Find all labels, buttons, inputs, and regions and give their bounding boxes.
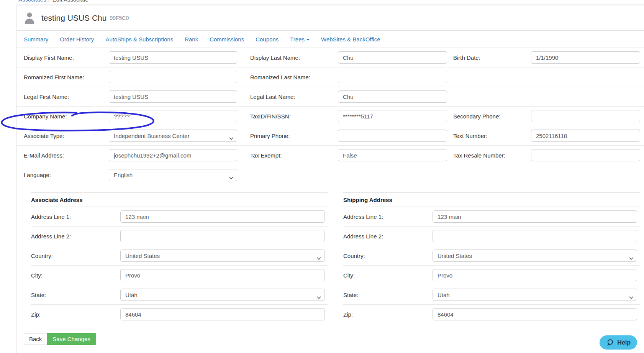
- shipping-state-label: State:: [343, 292, 433, 298]
- romanized-last-name-input[interactable]: [338, 71, 447, 83]
- associate-address-title: Associate Address: [31, 192, 328, 207]
- form-row: State: Utah: [343, 285, 640, 305]
- associate-city-input[interactable]: [120, 269, 325, 281]
- shipping-zip-label: Zip:: [343, 311, 433, 318]
- form-row: Company Name: TaxID/FIN/SSN: Secondary P…: [17, 107, 644, 126]
- email-label: E-Mail Address:: [24, 152, 109, 159]
- shipping-address-title: Shipping Address: [343, 192, 640, 207]
- shipping-address2-input[interactable]: [433, 230, 637, 242]
- associate-state-label: State:: [31, 292, 120, 298]
- shipping-country-select[interactable]: United States: [433, 250, 637, 262]
- form-row: Language: English: [17, 165, 644, 185]
- breadcrumb: Associates/Edit Associate: [18, 0, 88, 3]
- birth-date-label: Birth Date:: [453, 54, 531, 61]
- legal-first-name-label: Legal First Name:: [24, 94, 109, 100]
- display-first-name-label: Display First Name:: [24, 54, 109, 61]
- associate-zip-input[interactable]: [120, 308, 325, 320]
- shipping-city-label: City:: [343, 272, 433, 279]
- breadcrumb-current: Edit Associate: [52, 0, 88, 3]
- associate-zip-label: Zip:: [31, 311, 120, 318]
- chevron-down-icon: [306, 39, 310, 41]
- primary-phone-label: Primary Phone:: [250, 133, 338, 139]
- associate-address-section: Associate Address Address Line 1: Addres…: [31, 192, 328, 324]
- shipping-address1-input[interactable]: [433, 210, 637, 223]
- secondary-phone-label: Secondary Phone:: [453, 113, 531, 120]
- form-row: Address Line 2:: [31, 227, 328, 246]
- romanized-first-name-label: Romanized First Name:: [24, 74, 109, 80]
- form-row: Country: United States: [31, 246, 328, 266]
- language-select[interactable]: English: [109, 169, 237, 181]
- tax-resale-number-input[interactable]: [531, 149, 640, 161]
- person-icon: [24, 11, 35, 25]
- form-row: Display First Name: Display Last Name: B…: [17, 48, 644, 67]
- associate-address1-input[interactable]: [120, 210, 325, 223]
- primary-phone-input[interactable]: [338, 130, 447, 142]
- breadcrumb-separator: /: [49, 0, 50, 3]
- shipping-address2-label: Address Line 2:: [343, 233, 433, 240]
- tax-id-input[interactable]: [338, 110, 447, 122]
- associate-form: Display First Name: Display Last Name: B…: [17, 48, 644, 185]
- company-name-input[interactable]: [109, 110, 237, 122]
- romanized-last-name-label: Romanized Last Name:: [250, 74, 338, 80]
- associate-city-label: City:: [31, 272, 120, 279]
- birth-date-input[interactable]: [531, 51, 640, 64]
- tab-coupons[interactable]: Coupons: [256, 36, 279, 43]
- legal-last-name-input[interactable]: [338, 90, 447, 103]
- romanized-first-name-input[interactable]: [109, 71, 237, 83]
- form-row: Associate Type: Independent Business Cen…: [17, 126, 644, 146]
- breadcrumb-associates-link[interactable]: Associates: [18, 0, 46, 3]
- tax-exempt-input[interactable]: [338, 149, 447, 161]
- shipping-country-label: Country:: [343, 253, 433, 259]
- tab-trees[interactable]: Trees: [290, 36, 310, 43]
- associate-address2-label: Address Line 2:: [31, 233, 120, 240]
- form-actions: Back Save Changes: [24, 333, 644, 345]
- tax-exempt-label: Tax Exempt:: [250, 152, 338, 159]
- form-row: Address Line 1:: [31, 207, 328, 227]
- associate-id: 99F5C0: [110, 15, 129, 21]
- associate-state-select[interactable]: Utah: [120, 289, 325, 301]
- shipping-zip-input[interactable]: [433, 308, 637, 320]
- help-button[interactable]: Help: [600, 335, 637, 350]
- chevron-down-icon: [229, 135, 233, 141]
- language-label: Language:: [24, 172, 109, 178]
- shipping-city-input[interactable]: [433, 269, 637, 281]
- tab-rank[interactable]: Rank: [185, 36, 198, 43]
- tab-autoships-subscriptions[interactable]: AutoShips & Subscriptions: [105, 36, 173, 43]
- tab-websites-backoffice[interactable]: WebSites & BackOffice: [321, 36, 380, 43]
- company-name-label: Company Name:: [24, 113, 109, 120]
- associate-type-select[interactable]: Independent Business Center: [109, 130, 237, 142]
- shipping-state-select[interactable]: Utah: [433, 289, 637, 301]
- form-row: City:: [31, 266, 328, 285]
- display-last-name-input[interactable]: [338, 51, 447, 64]
- secondary-phone-input[interactable]: [531, 110, 640, 122]
- form-row: State: Utah: [31, 285, 328, 305]
- save-changes-button[interactable]: Save Changes: [47, 333, 96, 345]
- form-row: Romanized First Name: Romanized Last Nam…: [17, 67, 644, 87]
- display-first-name-input[interactable]: [109, 51, 237, 64]
- chevron-down-icon: [317, 254, 321, 261]
- form-row: Address Line 1:: [343, 207, 640, 227]
- tab-summary[interactable]: Summary: [24, 36, 48, 43]
- associate-country-label: Country:: [31, 253, 120, 259]
- text-number-input[interactable]: [531, 130, 640, 142]
- associate-name: testing USUS Chu: [41, 13, 107, 23]
- display-last-name-label: Display Last Name:: [250, 54, 338, 61]
- profile-header: testing USUS Chu 99F5C0: [17, 5, 644, 31]
- help-label: Help: [617, 339, 631, 346]
- form-row: E-Mail Address: Tax Exempt: Tax Resale N…: [17, 146, 644, 165]
- legal-last-name-label: Legal Last Name:: [250, 94, 338, 100]
- associate-address2-input[interactable]: [120, 230, 325, 242]
- form-row: Country: United States: [343, 246, 640, 266]
- back-button[interactable]: Back: [24, 333, 47, 345]
- address-sections: Associate Address Address Line 1: Addres…: [31, 192, 640, 324]
- text-number-label: Text Number:: [453, 133, 531, 139]
- associate-country-select[interactable]: United States: [120, 250, 325, 262]
- tab-bar: Summary Order History AutoShips & Subscr…: [17, 31, 644, 48]
- legal-first-name-input[interactable]: [109, 90, 237, 103]
- tab-order-history[interactable]: Order History: [60, 36, 94, 43]
- chat-bubble-icon: [606, 338, 614, 346]
- email-input[interactable]: [109, 149, 237, 161]
- tab-commissions[interactable]: Commissions: [210, 36, 244, 43]
- chevron-down-icon: [629, 254, 633, 261]
- form-row: Zip:: [343, 305, 640, 324]
